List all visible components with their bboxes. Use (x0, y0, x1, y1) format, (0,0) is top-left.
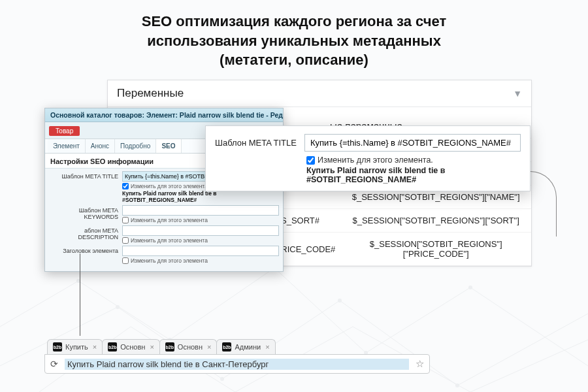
page-heading: SEO оптимизация каждого региона за счет … (0, 0, 588, 74)
tab-seo[interactable]: SEO (156, 139, 181, 153)
meta-title-override-checkbox[interactable] (122, 183, 129, 189)
browser-url[interactable]: Купить Plaid narrow silk blend tie в Сан… (65, 359, 409, 370)
catalog-window-title: Основной каталог товаров: Элемент: Plaid… (45, 108, 283, 122)
chevron-down-icon: ▼ (513, 88, 522, 99)
tpl-input[interactable] (304, 134, 521, 152)
tab-anons[interactable]: Анонс (86, 139, 115, 153)
variables-panel-header[interactable]: Переменные ▼ (108, 80, 531, 107)
seo-row-meta-description: аблон META DESCRIPTION Изменить для этог… (49, 225, 279, 244)
connector-line (80, 253, 80, 336)
meta-title-result: Купить Plaid narrow silk blend tie в #SO… (122, 190, 279, 203)
meta-keywords-input[interactable] (122, 205, 279, 216)
svg-point-8 (455, 384, 459, 387)
svg-point-5 (116, 305, 120, 309)
browser-tab[interactable]: b2b Основн × (159, 339, 218, 354)
meta-description-override-checkbox[interactable] (122, 237, 129, 244)
browser-tab[interactable]: b2b Основн × (102, 339, 160, 354)
seo-label: Шаблон META TITLE (49, 171, 122, 180)
seo-label: Заголовок элемента (49, 246, 122, 254)
reload-icon[interactable]: ⟳ (50, 359, 58, 369)
tpl-override-checkbox[interactable] (306, 156, 315, 165)
element-title-override-checkbox[interactable] (122, 257, 129, 264)
svg-point-7 (338, 299, 342, 302)
favicon-icon: b2b (222, 342, 231, 351)
meta-title-popover: Шаблон META TITLE Изменить для этого эле… (205, 125, 531, 191)
tab-detail[interactable]: Подробно (115, 139, 156, 153)
tab-element[interactable]: Элемент (48, 139, 86, 153)
close-icon[interactable]: × (207, 343, 211, 351)
browser-tab[interactable]: b2b Купить × (47, 339, 103, 354)
seo-label: Шаблон META KEYWORDS (49, 205, 122, 220)
close-icon[interactable]: × (265, 343, 269, 351)
variables-title: Переменные (117, 87, 184, 100)
seo-row-element-title: Заголовок элемента Изменить для этого эл… (49, 246, 279, 264)
browser-address-bar: ⟳ Купить Plaid narrow silk blend tie в С… (44, 354, 430, 374)
close-icon[interactable]: × (93, 343, 97, 351)
tpl-result: Купить Plaid narrow silk blend tie в #SO… (306, 166, 521, 184)
meta-keywords-override-checkbox[interactable] (122, 217, 129, 223)
favicon-icon: b2b (165, 342, 174, 351)
meta-description-input[interactable] (122, 225, 279, 236)
close-icon[interactable]: × (150, 343, 154, 351)
element-title-input[interactable] (122, 246, 279, 256)
seo-label: аблон META DESCRIPTION (49, 225, 122, 240)
browser-mock: b2b Купить × b2b Основн × b2b Основн × b… (44, 339, 430, 374)
favicon-icon: b2b (53, 342, 62, 351)
svg-point-4 (468, 286, 472, 289)
catalog-type-badge: Товар (49, 126, 80, 136)
svg-point-6 (220, 377, 224, 381)
favicon-icon: b2b (108, 342, 117, 351)
bookmark-star-icon[interactable]: ☆ (416, 358, 424, 370)
browser-tabstrip: b2b Купить × b2b Основн × b2b Основн × b… (44, 339, 430, 354)
tpl-label: Шаблон META TITLE (215, 138, 297, 148)
seo-row-meta-keywords: Шаблон META KEYWORDS Изменить для этого … (49, 205, 279, 223)
browser-tab[interactable]: b2b Админи × (216, 339, 275, 354)
